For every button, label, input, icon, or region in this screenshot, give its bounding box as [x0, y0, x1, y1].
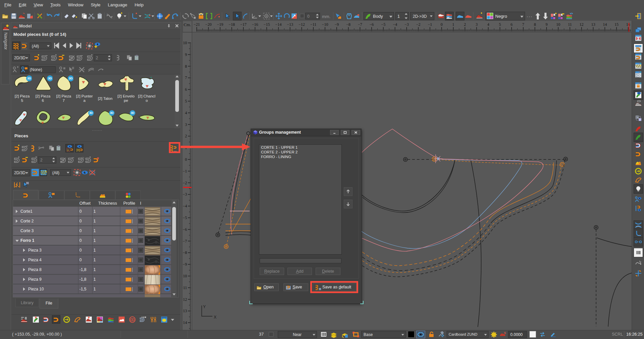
svg-text:−1: −1 [428, 22, 432, 27]
svg-text:−3: −3 [183, 192, 187, 197]
svg-text:−14: −14 [183, 320, 187, 325]
svg-text:−16: −16 [252, 22, 258, 27]
svg-text:0: 0 [441, 22, 443, 27]
svg-text:S: S [504, 331, 506, 335]
svg-text:3D: 3D [69, 77, 73, 80]
svg-text:8: 8 [534, 22, 536, 27]
svg-text:10: 10 [556, 22, 560, 27]
svg-text:7: 7 [185, 75, 187, 80]
svg-text:−10: −10 [322, 22, 328, 27]
svg-text:9: 9 [185, 52, 187, 57]
svg-text:−11: −11 [310, 22, 316, 27]
svg-text:−5: −5 [183, 215, 187, 220]
svg-text:−4: −4 [183, 204, 187, 208]
svg-text:3D: 3D [27, 77, 31, 80]
svg-text:Cm.: Cm. [184, 22, 191, 27]
svg-text:−2: −2 [183, 181, 187, 185]
svg-text:−8: −8 [346, 22, 350, 27]
svg-text:−9: −9 [334, 22, 339, 27]
svg-text:3: 3 [185, 122, 187, 127]
svg-text:13: 13 [591, 22, 595, 27]
svg-text:−7: −7 [183, 239, 187, 244]
svg-text:−12: −12 [299, 22, 305, 27]
svg-text:2: 2 [185, 134, 187, 138]
svg-text:−13: −13 [183, 309, 187, 313]
svg-text:3D: 3D [89, 111, 93, 115]
svg-text:3D: 3D [131, 111, 134, 115]
svg-text:−1: −1 [183, 169, 187, 174]
svg-text:−12: −12 [183, 297, 187, 302]
svg-text:4: 4 [487, 22, 489, 27]
svg-text:S: S [107, 13, 108, 16]
svg-text:[0]: [0] [76, 148, 80, 152]
svg-text:16: 16 [626, 22, 630, 27]
svg-text:−4: −4 [393, 22, 397, 27]
svg-text:−6: −6 [370, 22, 374, 27]
svg-text:7: 7 [522, 22, 524, 27]
svg-text:4: 4 [185, 111, 187, 115]
svg-text:−9: −9 [183, 262, 187, 267]
svg-text:3D: 3D [110, 111, 114, 115]
svg-text:8: 8 [185, 64, 187, 69]
svg-text:15: 15 [615, 22, 619, 27]
svg-text:6: 6 [511, 22, 513, 27]
svg-text:11: 11 [568, 22, 572, 27]
svg-text:0: 0 [67, 149, 69, 152]
svg-text:3: 3 [475, 22, 477, 27]
svg-text:−6: −6 [183, 227, 187, 232]
svg-text:−18: −18 [229, 22, 235, 27]
svg-text:Y: Y [203, 304, 206, 309]
svg-text:−20: −20 [205, 22, 212, 27]
svg-text:0: 0 [185, 157, 187, 162]
svg-text:S: S [111, 16, 112, 19]
svg-text:−19: −19 [217, 22, 223, 27]
svg-text:−21: −21 [194, 22, 200, 27]
svg-text:6: 6 [185, 87, 187, 92]
svg-text:2: 2 [464, 22, 466, 27]
svg-text:−17: −17 [240, 22, 247, 27]
svg-text:−10: −10 [183, 274, 187, 278]
svg-text:−3: −3 [404, 22, 409, 27]
svg-text:12: 12 [580, 22, 584, 27]
svg-text:5: 5 [185, 99, 187, 104]
svg-text:X: X [214, 315, 216, 320]
svg-text:−5: −5 [381, 22, 386, 27]
svg-text:10: 10 [183, 41, 187, 45]
svg-text:1: 1 [452, 22, 454, 27]
svg-text:−2: −2 [416, 22, 421, 27]
svg-text:−8: −8 [183, 250, 187, 255]
svg-text:−13: −13 [287, 22, 293, 27]
svg-text:−15: −15 [264, 22, 270, 27]
svg-text:14: 14 [603, 22, 607, 27]
svg-text:−7: −7 [358, 22, 362, 27]
svg-text:9: 9 [545, 22, 548, 27]
svg-text:5: 5 [499, 22, 501, 27]
svg-text:−11: −11 [183, 285, 187, 290]
svg-text:3D: 3D [48, 77, 52, 80]
svg-text:−14: −14 [275, 22, 281, 27]
